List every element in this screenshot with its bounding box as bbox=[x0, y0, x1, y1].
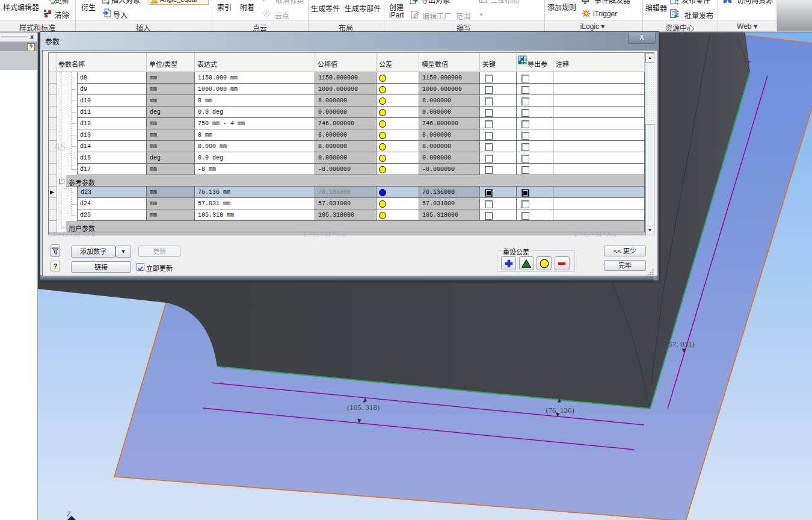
svg-text:Z: Z bbox=[67, 510, 71, 518]
svg-text:um: um bbox=[69, 150, 76, 156]
svg-text:(105. 318): (105. 318) bbox=[347, 403, 380, 412]
svg-text:(57. 031): (57. 031) bbox=[666, 339, 695, 348]
svg-text:(76. 136): (76. 136) bbox=[546, 406, 574, 415]
svg-text:AS: AS bbox=[53, 141, 66, 153]
